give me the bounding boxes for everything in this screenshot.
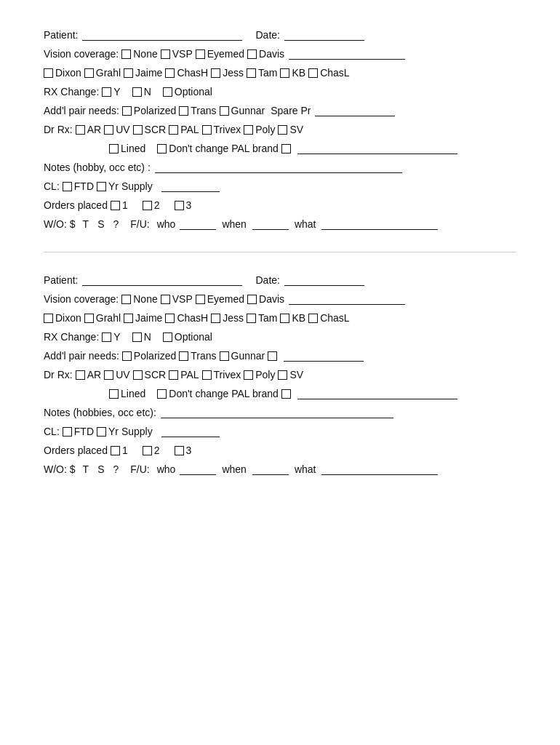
dontchange-input-1[interactable] bbox=[297, 143, 457, 154]
dontchange-checkbox-2[interactable]: Don't change PAL brand bbox=[157, 388, 279, 399]
dixon-checkbox-2[interactable]: Dixon bbox=[44, 312, 81, 324]
addl-input-2[interactable] bbox=[284, 350, 364, 362]
when-label-1: when bbox=[222, 218, 246, 230]
ftd-checkbox-2[interactable]: FTD bbox=[63, 426, 94, 437]
jess-checkbox-1[interactable]: Jess bbox=[211, 67, 244, 79]
grahl-checkbox-1[interactable]: Grahl bbox=[84, 67, 121, 79]
uv-checkbox-1[interactable]: UV bbox=[104, 124, 129, 135]
tam-checkbox-2[interactable]: Tam bbox=[247, 312, 277, 324]
providers-row-1: Dixon Grahl Jaime ChasH Jess Tam KB Chas… bbox=[44, 67, 516, 79]
orders-row-1: Orders placed 1 2 3 bbox=[44, 199, 516, 211]
addl-extra-checkbox-2[interactable] bbox=[268, 351, 279, 361]
none-checkbox-2[interactable]: None bbox=[121, 293, 157, 305]
orders-2-checkbox-2[interactable]: 2 bbox=[143, 445, 160, 456]
dontchange-input-2[interactable] bbox=[297, 388, 457, 399]
rx-optional-checkbox-1[interactable]: Optional bbox=[163, 86, 212, 97]
cl-input-1[interactable] bbox=[161, 180, 220, 192]
lined-checkbox-1[interactable]: Lined bbox=[109, 143, 145, 154]
davis-checkbox-2[interactable]: Davis bbox=[247, 293, 284, 305]
gunnar-checkbox-1[interactable]: Gunnar bbox=[220, 105, 265, 116]
jess-checkbox-2[interactable]: Jess bbox=[211, 312, 244, 324]
date-input-2[interactable] bbox=[284, 274, 364, 286]
when-input-2[interactable] bbox=[252, 463, 289, 475]
orders-3-checkbox-2[interactable]: 3 bbox=[175, 445, 192, 456]
none-checkbox-1[interactable]: None bbox=[121, 48, 157, 60]
rx-optional-checkbox-2[interactable]: Optional bbox=[163, 331, 212, 343]
date-input-1[interactable] bbox=[284, 29, 364, 41]
rx-y-checkbox-2[interactable]: Y bbox=[102, 331, 120, 343]
what-input-2[interactable] bbox=[321, 463, 438, 475]
vsp-checkbox-1[interactable]: VSP bbox=[161, 48, 193, 60]
chash-checkbox-2[interactable]: ChasH bbox=[165, 312, 208, 324]
rx-n-checkbox-1[interactable]: N bbox=[132, 86, 151, 97]
who-input-2[interactable] bbox=[180, 463, 216, 475]
q-label-1: ? bbox=[113, 218, 119, 230]
when-input-1[interactable] bbox=[252, 218, 289, 230]
trans-checkbox-2[interactable]: Trans bbox=[179, 350, 216, 362]
orders-label-2: Orders placed bbox=[44, 445, 108, 456]
trivex-checkbox-2[interactable]: Trivex bbox=[202, 369, 241, 381]
chasl-checkbox-2[interactable]: ChasL bbox=[308, 312, 349, 324]
pal-checkbox-2[interactable]: PAL bbox=[169, 369, 199, 381]
poly-checkbox-1[interactable]: Poly bbox=[244, 124, 275, 135]
patient-input-2[interactable] bbox=[82, 274, 242, 286]
spare-label-1: Spare Pr bbox=[271, 105, 311, 116]
spare-input-1[interactable] bbox=[315, 105, 395, 116]
dixon-checkbox-1[interactable]: Dixon bbox=[44, 67, 81, 79]
pal-checkbox-1[interactable]: PAL bbox=[169, 124, 199, 135]
scr-checkbox-1[interactable]: SCR bbox=[133, 124, 167, 135]
chash-checkbox-1[interactable]: ChasH bbox=[165, 67, 208, 79]
polarized-checkbox-1[interactable]: Polarized bbox=[122, 105, 176, 116]
rx-n-checkbox-2[interactable]: N bbox=[132, 331, 151, 343]
orders-1-checkbox-2[interactable]: 1 bbox=[111, 445, 128, 456]
what-input-1[interactable] bbox=[321, 218, 438, 230]
jaime-checkbox-1[interactable]: Jaime bbox=[124, 67, 162, 79]
eyemed-checkbox-1[interactable]: Eyemed bbox=[196, 48, 244, 60]
scr-checkbox-2[interactable]: SCR bbox=[133, 369, 167, 381]
polarized-checkbox-2[interactable]: Polarized bbox=[122, 350, 176, 362]
yrsupply-checkbox-2[interactable]: Yr Supply bbox=[97, 426, 153, 437]
patient-input-1[interactable] bbox=[82, 29, 242, 41]
kb-checkbox-1[interactable]: KB bbox=[280, 67, 305, 79]
dontchange-extra-checkbox-1[interactable] bbox=[281, 144, 293, 154]
vision-extra-2[interactable] bbox=[289, 293, 405, 305]
chasl-checkbox-1[interactable]: ChasL bbox=[308, 67, 349, 79]
ar-checkbox-1[interactable]: AR bbox=[76, 124, 101, 135]
notes-input-1[interactable] bbox=[155, 162, 402, 173]
dontchange-checkbox-1[interactable]: Don't change PAL brand bbox=[157, 143, 279, 154]
orders-2-checkbox-1[interactable]: 2 bbox=[143, 199, 160, 211]
addl-row-1: Add'l pair needs: Polarized Trans Gunnar… bbox=[44, 105, 516, 116]
orders-3-checkbox-1[interactable]: 3 bbox=[175, 199, 192, 211]
grahl-checkbox-2[interactable]: Grahl bbox=[84, 312, 121, 324]
vsp-checkbox-2[interactable]: VSP bbox=[161, 293, 193, 305]
kb-checkbox-2[interactable]: KB bbox=[280, 312, 305, 324]
jaime-checkbox-2[interactable]: Jaime bbox=[124, 312, 162, 324]
what-label-2: what bbox=[295, 463, 316, 475]
trivex-checkbox-1[interactable]: Trivex bbox=[202, 124, 241, 135]
who-input-1[interactable] bbox=[180, 218, 216, 230]
ar-checkbox-2[interactable]: AR bbox=[76, 369, 101, 381]
notes-input-2[interactable] bbox=[161, 407, 393, 418]
sv-checkbox-1[interactable]: SV bbox=[278, 124, 303, 135]
notes-label-2: Notes (hobbies, occ etc): bbox=[44, 407, 156, 418]
davis-checkbox-1[interactable]: Davis bbox=[247, 48, 284, 60]
section-divider bbox=[44, 252, 516, 252]
vision-extra-1[interactable] bbox=[289, 48, 405, 60]
sv-checkbox-2[interactable]: SV bbox=[278, 369, 303, 381]
cl-row-2: CL: FTD Yr Supply bbox=[44, 426, 516, 437]
poly-checkbox-2[interactable]: Poly bbox=[244, 369, 275, 381]
yrsupply-checkbox-1[interactable]: Yr Supply bbox=[97, 180, 153, 192]
eyemed-checkbox-2[interactable]: Eyemed bbox=[196, 293, 244, 305]
tam-checkbox-1[interactable]: Tam bbox=[247, 67, 277, 79]
gunnar-checkbox-2[interactable]: Gunnar bbox=[220, 350, 265, 362]
orders-1-checkbox-1[interactable]: 1 bbox=[111, 199, 128, 211]
lined-checkbox-2[interactable]: Lined bbox=[109, 388, 145, 399]
dontchange-extra-checkbox-2[interactable] bbox=[281, 389, 293, 399]
ftd-checkbox-1[interactable]: FTD bbox=[63, 180, 94, 192]
trans-checkbox-1[interactable]: Trans bbox=[179, 105, 216, 116]
uv-checkbox-2[interactable]: UV bbox=[104, 369, 129, 381]
rx-y-checkbox-1[interactable]: Y bbox=[102, 86, 120, 97]
patient-label-1: Patient: bbox=[44, 29, 78, 41]
cl-row-1: CL: FTD Yr Supply bbox=[44, 180, 516, 192]
cl-input-2[interactable] bbox=[161, 426, 220, 437]
